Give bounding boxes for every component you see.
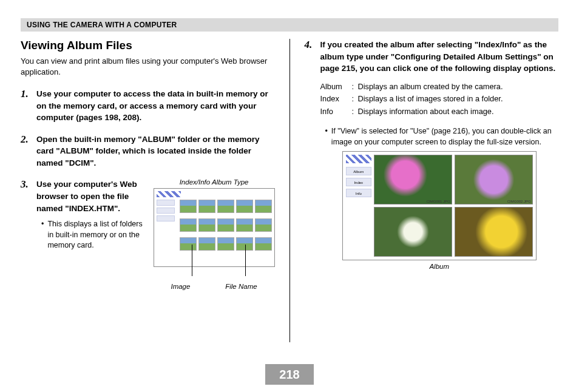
step-4-text: If you created the album after selecting…: [320, 39, 558, 75]
step-number: 3.: [21, 178, 32, 290]
step-2: 2. Open the built-in memory "ALBUM" fold…: [21, 133, 275, 169]
step-list: 1. Use your computer to access the data …: [21, 88, 275, 290]
step-3: 3. Use your computer's Web browser to op…: [21, 178, 275, 290]
thumbnail-image: [180, 237, 197, 251]
figure-sidebar: [157, 200, 175, 223]
step-number: 1.: [21, 88, 32, 124]
album-photo: [455, 207, 533, 257]
page-title: Viewing Album Files: [21, 39, 275, 52]
info-button: Info: [346, 189, 371, 197]
thumbnail-image: [255, 237, 272, 251]
step-4: 4. If you created the album after select…: [304, 39, 558, 270]
figure-caption-top: Index/Info Album Type: [154, 178, 275, 186]
step-number: 2.: [21, 133, 32, 169]
intro-text: You can view and print album files using…: [21, 56, 275, 77]
step-list-right: 4. If you created the album after select…: [304, 39, 558, 270]
section-header: USING THE CAMERA WITH A COMPUTER: [21, 18, 558, 32]
thumbnail-image: [180, 200, 197, 213]
thumbnail-grid: [180, 200, 272, 254]
thumbnail-image: [255, 200, 272, 213]
album-photo: [374, 207, 452, 257]
callout-line: [192, 245, 192, 276]
step-3-bullet: This displays a list of folders in built…: [36, 219, 146, 251]
left-column: Viewing Album Files You can view and pri…: [21, 39, 275, 342]
callout-label-filename: File Name: [225, 283, 257, 290]
page-number: 218: [265, 364, 314, 385]
def-row-album: Album:Displays an album created by the c…: [320, 81, 558, 93]
step-2-text: Open the built-in memory "ALBUM" folder …: [36, 133, 275, 169]
thumbnail-image: [217, 237, 234, 251]
album-figure: Album Index Info CIMG001.JPG CIMG002.JPG: [342, 151, 537, 260]
two-column-layout: Viewing Album Files You can view and pri…: [21, 39, 558, 342]
thumbnail-image: [217, 200, 234, 213]
step-1: 1. Use your computer to access the data …: [21, 88, 275, 124]
thumbnail-image: [236, 218, 253, 232]
step-4-bullet: If "View" is selected for "Use" (page 21…: [320, 126, 558, 147]
page-footer: 218: [0, 364, 579, 386]
right-column: 4. If you created the album after select…: [304, 39, 558, 342]
callout-label-image: Image: [171, 283, 190, 290]
album-sidebar: Album Index Info: [346, 155, 371, 257]
thumbnail-image: [198, 237, 215, 251]
callout-line: [245, 245, 246, 276]
def-row-info: Info:Displays information about each ima…: [320, 106, 558, 118]
thumbnail-image: [236, 200, 253, 213]
thumbnail-image: [180, 218, 197, 232]
step-1-text: Use your computer to access the data in …: [36, 88, 275, 124]
thumbnail-image: [198, 200, 215, 213]
step-number: 4.: [304, 39, 315, 270]
album-photo: CIMG002.JPG: [455, 155, 533, 204]
figure-banner: [157, 191, 181, 197]
thumbnail-image: [236, 237, 253, 251]
thumbnail-image: [217, 218, 234, 232]
album-button: Album: [346, 167, 371, 175]
album-figure-caption: Album: [320, 263, 558, 270]
figure-banner: [346, 155, 371, 163]
column-divider: [290, 39, 290, 342]
manual-page: USING THE CAMERA WITH A COMPUTER Viewing…: [0, 0, 579, 392]
album-photo: CIMG001.JPG: [374, 155, 452, 204]
thumbnail-image: [255, 218, 272, 232]
def-row-index: Index:Displays a list of images stored i…: [320, 93, 558, 105]
display-options-table: Album:Displays an album created by the c…: [320, 81, 558, 118]
index-button: Index: [346, 178, 371, 186]
thumbnail-image: [198, 218, 215, 232]
index-album-figure: [154, 188, 275, 267]
step-3-text: Use your computer's Web browser to open …: [36, 178, 146, 214]
